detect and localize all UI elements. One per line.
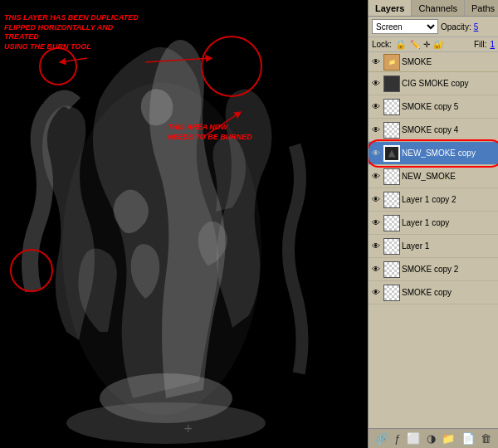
- layer-thumb: [383, 122, 400, 139]
- layer-row-cig-smoke-copy[interactable]: 👁 CIG SMOKE copy: [369, 72, 498, 95]
- eye-icon[interactable]: 👁: [370, 241, 382, 252]
- layer-name: NEW_SMOKE: [402, 172, 496, 181]
- annotation-duplicated: THIS LAYER HAS BEEN DUPLICATEDFLIPPED HO…: [4, 13, 141, 52]
- layer-thumb: [383, 215, 400, 231]
- blend-opacity-row: Screen Normal Multiply Overlay Opacity: …: [369, 17, 498, 37]
- lock-fill-row: Lock: 🔒 ✏️ ✛ 🔐 Fill: 1: [369, 37, 498, 52]
- layer-row-layer1[interactable]: 👁 Layer 1: [369, 235, 498, 258]
- lock-all-icon[interactable]: 🔐: [433, 40, 443, 49]
- crosshair: +: [184, 421, 193, 438]
- panel-bottom-toolbar: 🔗 ƒ ⬜ ◑ 📁 📄 🗑: [369, 428, 498, 448]
- group-thumb: 📁: [383, 54, 400, 71]
- fill-value[interactable]: 1: [490, 40, 495, 49]
- layer-name: Layer 1 copy: [402, 218, 496, 227]
- layer-thumb: [383, 238, 400, 255]
- group-name: SMOKE: [402, 57, 496, 66]
- new-folder-button[interactable]: 📁: [442, 432, 455, 445]
- tab-channels[interactable]: Channels: [412, 0, 464, 16]
- layer-name: SMOKE copy 5: [402, 102, 496, 111]
- pencil-icon[interactable]: ✏️: [410, 40, 420, 49]
- layer-name: Layer 1 copy 2: [402, 195, 496, 204]
- eye-icon-group[interactable]: 👁: [370, 56, 382, 68]
- panel-tabs: Layers Channels Paths: [369, 0, 498, 17]
- link-layers-button[interactable]: 🔗: [375, 432, 388, 445]
- move-icon[interactable]: ✛: [423, 40, 430, 49]
- adjustment-button[interactable]: ◑: [427, 432, 436, 445]
- layer-name: SMOKE copy: [402, 288, 496, 297]
- layer-thumb: [383, 285, 400, 301]
- blend-mode-select[interactable]: Screen Normal Multiply Overlay: [372, 19, 438, 34]
- layer-row-new-smoke[interactable]: 👁 NEW_SMOKE: [369, 165, 498, 188]
- fill-label: Fill:: [474, 40, 487, 49]
- layer-style-button[interactable]: ƒ: [394, 432, 400, 445]
- layer-thumb: [383, 192, 400, 208]
- opacity-value[interactable]: 5: [474, 22, 479, 32]
- layer-thumb: [383, 145, 400, 162]
- layer-thumb: [383, 99, 400, 115]
- delete-layer-button[interactable]: 🗑: [481, 432, 491, 445]
- eye-icon[interactable]: 👁: [370, 194, 382, 206]
- eye-icon[interactable]: 👁: [370, 101, 382, 113]
- circle-new-smoke-link: [10, 249, 53, 292]
- layers-panel: Layers Channels Paths Screen Normal Mult…: [368, 0, 498, 448]
- layer-name: Layer 1: [402, 241, 496, 251]
- layer-thumb: [383, 261, 400, 278]
- layer-row-smoke-copy[interactable]: 👁 SMOKE copy: [369, 281, 498, 304]
- layer-group-smoke[interactable]: 👁 📁 SMOKE: [369, 52, 498, 72]
- circle-annotation-2: [201, 36, 262, 97]
- tab-layers[interactable]: Layers: [369, 0, 412, 16]
- layer-name: SMOKE copy 2: [402, 265, 496, 274]
- canvas-area: THIS LAYER HAS BEEN DUPLICATEDFLIPPED HO…: [0, 0, 368, 448]
- new-layer-button[interactable]: 📄: [461, 432, 475, 445]
- layer-thumb: [383, 75, 400, 92]
- eye-icon[interactable]: 👁: [370, 124, 382, 136]
- eye-icon[interactable]: 👁: [370, 148, 382, 159]
- layer-name: SMOKE copy 4: [402, 125, 496, 134]
- layer-name: NEW_SMOKE copy: [402, 149, 496, 158]
- layer-row-smoke-copy-5[interactable]: 👁 SMOKE copy 5: [369, 95, 498, 119]
- layer-row-smoke-copy-4[interactable]: 👁 SMOKE copy 4: [369, 119, 498, 142]
- layer-row-smoke-copy-2[interactable]: 👁 SMOKE copy 2: [369, 258, 498, 281]
- mask-button[interactable]: ⬜: [407, 432, 420, 445]
- eye-icon[interactable]: 👁: [370, 264, 382, 275]
- layer-row-new-smoke-copy[interactable]: 👁 NEW_SMOKE copy: [369, 142, 498, 165]
- layers-list: 👁 📁 SMOKE 👁 CIG SMOKE copy 👁 SMOKE copy …: [369, 52, 498, 428]
- layer-row-layer1-copy[interactable]: 👁 Layer 1 copy: [369, 212, 498, 235]
- tab-paths[interactable]: Paths: [465, 0, 498, 16]
- annotation-burn: THIS AREA NOWNEEDS TO BE BURNED: [168, 123, 252, 142]
- circle-annotation-1: [39, 47, 77, 85]
- eye-icon[interactable]: 👁: [370, 217, 382, 229]
- lock-label: Lock:: [372, 40, 392, 49]
- eye-icon[interactable]: 👁: [370, 287, 382, 299]
- eye-icon[interactable]: 👁: [370, 78, 382, 90]
- opacity-label: Opacity:: [441, 22, 471, 32]
- lock-icon[interactable]: 🔒: [395, 39, 407, 50]
- layer-name: CIG SMOKE copy: [402, 79, 496, 88]
- layer-row-layer1-copy2[interactable]: 👁 Layer 1 copy 2: [369, 188, 498, 212]
- eye-icon[interactable]: 👁: [370, 171, 382, 183]
- layer-thumb: [383, 168, 400, 185]
